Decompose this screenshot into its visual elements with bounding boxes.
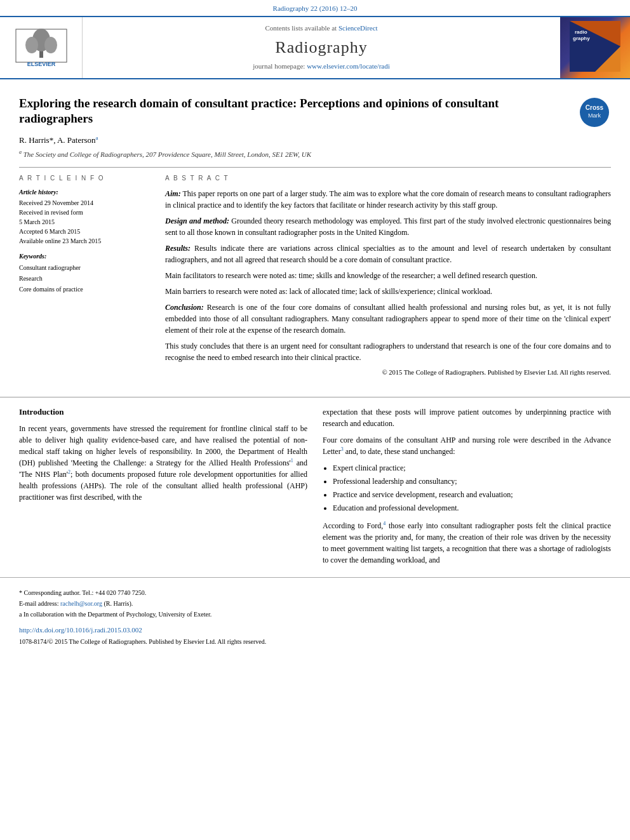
radiography-badge-area: radio graphy [560,17,630,77]
body-right-column: expectation that these posts will improv… [323,406,611,571]
received-revised-label: Received in revised form [19,208,152,217]
article-history-group: Article history: Received 29 November 20… [19,188,152,246]
article-info-column: A R T I C L E I N F O Article history: R… [19,174,152,378]
svg-point-4 [44,37,57,53]
footer-section: * Corresponding author. Tel.: +44 020 77… [0,577,630,646]
abstract-aim: Aim: This paper reports on one part of a… [165,188,611,211]
copyright-line: © 2015 The College of Radiographers. Pub… [165,368,611,378]
author-sup: a [96,135,98,141]
journal-homepage: journal homepage: www.elsevier.com/locat… [253,62,390,71]
abstract-column: A B S T R A C T Aim: This paper reports … [165,174,611,378]
article-info-abstract-section: A R T I C L E I N F O Article history: R… [19,167,611,378]
abstract-conclusion: Conclusion: Research is one of the four … [165,302,611,336]
article-history-title: Article history: [19,188,152,197]
body-content: Introduction In recent years, government… [0,406,630,571]
doi-link[interactable]: http://dx.doi.org/10.1016/j.radi.2015.03… [19,626,142,634]
abstract-conclusion2: This study concludes that there is an ur… [165,340,611,363]
svg-text:Mark: Mark [588,112,601,119]
page: Radiography 22 (2016) 12–20 ELSEVIER [0,0,630,840]
abstract-design: Design and method: Grounded theory resea… [165,215,611,238]
four-domains-list: Expert clinical practice; Professional l… [323,462,611,515]
svg-text:graphy: graphy [573,36,590,41]
keyword-2: Research [19,273,152,284]
keywords-list: Consultant radiographer Research Core do… [19,262,152,295]
svg-point-3 [25,37,38,53]
domain-1: Expert clinical practice; [333,462,611,474]
sciencedirect-line: Contents lists available at ScienceDirec… [265,23,377,33]
abstract-text: Aim: This paper reports on one part of a… [165,188,611,363]
journal-header: ELSEVIER Contents lists available at Sci… [0,16,630,79]
email-footnote: E-mail address: rachelh@sor.org (R. Harr… [19,599,611,608]
keywords-title: Keywords: [19,252,152,261]
elsevier-logo-icon: ELSEVIER [13,26,70,69]
affiliation-line: a The Society and College of Radiographe… [19,149,611,159]
email-link[interactable]: rachelh@sor.org [60,600,102,607]
sciencedirect-link[interactable]: ScienceDirect [338,24,378,32]
section-divider [0,397,630,397]
revised-date: 5 March 2015 [19,217,152,227]
authors-line: R. Harris*, A. Patersona [19,134,611,147]
domain-2: Professional leadership and consultancy; [333,476,611,488]
affiliation-footnote-a: a In collaboration with the Department o… [19,610,611,619]
keyword-3: Core domains of practice [19,284,152,295]
body-left-column: Introduction In recent years, government… [19,406,307,571]
article-title: Exploring the research domain of consult… [19,96,572,127]
abstract-facilitators: Main facilitators to research were noted… [165,270,611,281]
article-title-section: Exploring the research domain of consult… [19,96,611,129]
intro-paragraph-1: In recent years, governments have stress… [19,423,307,503]
svg-text:radio: radio [575,29,587,35]
svg-text:Cross: Cross [586,104,604,111]
available-online: Available online 23 March 2015 [19,236,152,246]
keyword-1: Consultant radiographer [19,262,152,273]
abstract-label: A B S T R A C T [165,174,611,183]
elsevier-logo-area: ELSEVIER [0,17,83,77]
journal-reference-bar: Radiography 22 (2016) 12–20 [0,0,630,16]
crossmark-badge: Cross Mark [579,97,611,129]
received-date: Received 29 November 2014 [19,198,152,208]
journal-homepage-link[interactable]: www.elsevier.com/locate/radi [307,62,390,70]
domain-3: Practice and service development, resear… [333,489,611,501]
accepted-date: Accepted 6 March 2015 [19,227,152,236]
four-core-domains-intro: Four core domains of the consultant AHP … [323,434,611,457]
radiography-badge: radio graphy [567,18,623,77]
issn-line: 1078-8174/© 2015 The College of Radiogra… [19,637,611,646]
abstract-barriers: Main barriers to research were noted as:… [165,286,611,297]
introduction-heading: Introduction [19,406,307,418]
journal-header-center: Contents lists available at ScienceDirec… [83,17,560,77]
svg-text:ELSEVIER: ELSEVIER [27,61,55,67]
affiliation-sup: a [19,149,22,155]
main-content: Exploring the research domain of consult… [0,79,630,388]
corresponding-author: * Corresponding author. Tel.: +44 020 77… [19,588,611,597]
abstract-results: Results: Results indicate there are vari… [165,243,611,265]
article-info-label: A R T I C L E I N F O [19,174,152,183]
journal-name: Radiography [275,36,367,59]
domain-4: Education and professional development. [333,502,611,514]
keywords-group: Keywords: Consultant radiographer Resear… [19,252,152,295]
ford-paragraph: According to Ford,4 those early into con… [323,520,611,566]
journal-citation: Radiography 22 (2016) 12–20 [273,4,358,12]
intro-paragraph-2-start: expectation that these posts will improv… [323,406,611,429]
